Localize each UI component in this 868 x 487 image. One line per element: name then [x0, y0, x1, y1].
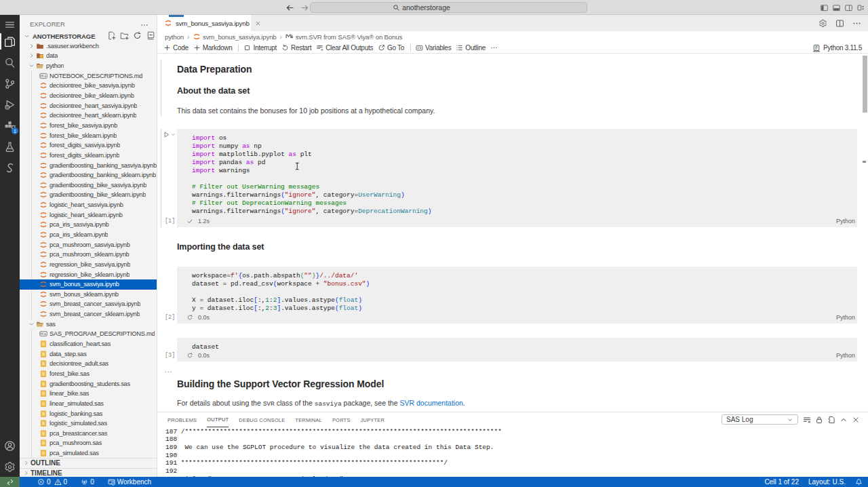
status-cell-1-of-22[interactable]: Cell 1 of 22 [764, 478, 799, 486]
section-outline[interactable]: OUTLINE [20, 458, 157, 468]
tree-item[interactable]: logistic_banking.sas [20, 408, 157, 418]
activity-bar-item-source-control[interactable] [0, 74, 20, 93]
tree-item[interactable]: NOTEBOOK_DESCRIPTIONS.md [20, 71, 157, 81]
panel-tab-problems[interactable]: PROBLEMS [167, 412, 197, 427]
panel-tab-output[interactable]: OUTPUT [207, 412, 229, 427]
forward-button[interactable] [300, 2, 309, 13]
section-timeline[interactable]: TIMELINE [20, 468, 157, 478]
tree-item[interactable]: forest_bike.sas [20, 369, 157, 379]
sidebar-more-button[interactable] [140, 21, 149, 29]
status-warning-triangle[interactable]: 0 [54, 478, 68, 486]
notebook-scrollbar[interactable] [863, 56, 867, 113]
tree-item[interactable]: forest_digits_sklearn.ipynb [20, 151, 157, 161]
toolbar-interrupt-button[interactable]: Interrupt [243, 44, 277, 52]
panel-tab-ports[interactable]: PORTS [332, 412, 351, 427]
activity-bar-item-search[interactable] [0, 53, 20, 72]
toolbar-clear-all-outputs-button[interactable]: Clear All Outputs [316, 44, 373, 52]
tree-item[interactable]: logistic_heart_sasviya.ipynb [20, 200, 157, 210]
tree-item[interactable]: decisiontree_bike_sklearn.ipynb [20, 91, 157, 101]
tree-item[interactable]: sas [20, 319, 157, 329]
tree-item[interactable]: pca_iris_sklearn.ipynb [20, 230, 157, 240]
status-layout-u-s-[interactable]: Layout: U.S. [808, 478, 846, 486]
code-cell-1[interactable]: import osimport numpy as npimport matplo… [177, 129, 857, 227]
tree-item[interactable]: gradientboosting_bike_sklearn.ipynb [20, 190, 157, 200]
cell-code[interactable]: import osimport numpy as npimport matplo… [192, 134, 431, 216]
tree-item[interactable]: logistic_simulated.sas [20, 418, 157, 429]
breadcrumb-item[interactable]: svm.SVR from SAS® Viya® on Bonus [285, 33, 402, 41]
tree-item[interactable]: logistic_heart_sklearn.ipynb [20, 210, 157, 220]
toolbar-restart-button[interactable]: Restart [281, 44, 311, 52]
activity-bar-item-extensions[interactable]: 1 [0, 116, 20, 135]
tree-item[interactable]: forest_digits_sasviya.ipynb [20, 140, 157, 151]
tree-item[interactable]: svm_bonus_sasviya.ipynb [20, 279, 157, 290]
tab-more-button[interactable] [852, 19, 861, 28]
toolbar-more-button[interactable] [490, 44, 498, 52]
tree-item[interactable]: SAS_PROGRAM_DESCRIPTIONS.md [20, 329, 157, 339]
tree-item[interactable]: decisiontree_bike_sasviya.ipynb [20, 81, 157, 91]
tree-item[interactable]: gradientboosting_students.sas [20, 378, 157, 389]
panel-tab-terminal[interactable]: TERMINAL [295, 412, 322, 427]
toolbar-go-to-button[interactable]: Go To [378, 44, 404, 52]
tree-item[interactable]: python [20, 61, 157, 71]
collapsed-indicator[interactable]: ... [165, 366, 172, 374]
close-button[interactable] [852, 416, 860, 424]
run-cell-button[interactable] [163, 131, 176, 138]
tab-svm-bonus-sasviya[interactable]: svm_bonus_sasviya.ipynb [157, 15, 251, 31]
code-cell-3[interactable]: dataset[3]0.0sPython [177, 338, 857, 362]
tree-item[interactable]: pca_mushroom_sklearn.ipynb [20, 250, 157, 260]
toolbar-code-button[interactable]: Code [163, 44, 189, 52]
cell-code[interactable]: workspace=f'{os.path.abspath("")}/../dat… [192, 272, 370, 313]
clear-output-button[interactable] [803, 416, 811, 424]
panel-tab-debug-console[interactable]: DEBUG CONSOLE [239, 412, 285, 427]
tree-item[interactable]: linear_bike.sas [20, 389, 157, 399]
layout-customize-button[interactable] [857, 4, 865, 12]
command-center[interactable]: anotherstorage [310, 2, 587, 13]
panel-tab-jupyter[interactable]: JUPYTER [361, 412, 385, 427]
tree-item[interactable]: gradientboosting_bike_sasviya.ipynb [20, 180, 157, 190]
panel-output[interactable]: 187 /***********************************… [165, 428, 502, 484]
output-channel-select[interactable]: SAS Log [722, 414, 798, 425]
tree-item[interactable]: svm_breast_cancer_sklearn.ipynb [20, 309, 157, 319]
breadcrumb-item[interactable]: svm_bonus_sasviya.ipynb [193, 33, 276, 41]
svr-documentation-link[interactable]: SVR documentation [399, 399, 462, 407]
new-folder-button[interactable] [120, 31, 129, 40]
tree-item[interactable]: pca_mushroom_sasviya.ipynb [20, 239, 157, 250]
tree-item[interactable]: pca_simulated.sas [20, 448, 157, 459]
open-editor-button[interactable] [827, 416, 835, 424]
activity-bar-item-menu[interactable] [0, 15, 20, 34]
tree-item[interactable]: pca_mushroom.sas [20, 438, 157, 448]
new-file-button[interactable] [107, 31, 116, 40]
code-cell-2[interactable]: workspace=f'{os.path.abspath("")}/../dat… [177, 267, 857, 324]
tree-item[interactable]: regression_bike_sasviya.ipynb [20, 260, 157, 270]
notebook-settings-button[interactable] [818, 19, 827, 28]
tree-item[interactable]: pca_iris_sasviya.ipynb [20, 220, 157, 230]
tree-item[interactable]: gradientboosting_banking_sasviya.ipynb [20, 160, 157, 170]
chevron-up-button[interactable] [840, 416, 848, 424]
activity-bar-item-run-and-debug[interactable] [0, 95, 20, 114]
layout-panel-button[interactable] [833, 4, 840, 12]
activity-bar-item-sas[interactable] [0, 158, 20, 177]
tree-item[interactable]: data_step.sas [20, 349, 157, 359]
refresh-button[interactable] [133, 31, 142, 40]
tree-item[interactable]: .sasuser.workbench [20, 41, 157, 52]
activity-bar-item-testing[interactable] [0, 137, 20, 156]
tree-item[interactable]: decisiontree_heart_sasviya.ipynb [20, 100, 157, 111]
cell-code[interactable]: dataset [192, 343, 219, 351]
tree-item[interactable]: gradientboosting_banking_sklearn.ipynb [20, 170, 157, 180]
split-editor-button[interactable] [835, 19, 844, 28]
tree-item[interactable]: forest_bike_sklearn.ipynb [20, 130, 157, 140]
toolbar-outline-button[interactable]: Outline [456, 44, 486, 52]
tree-item[interactable]: svm_bonus_sklearn.ipynb [20, 290, 157, 300]
tree-item[interactable]: linear_simulated.sas [20, 399, 157, 409]
tree-item[interactable]: forest_bike_sasviya.ipynb [20, 121, 157, 131]
status-radio-tower[interactable]: 0 [81, 478, 94, 486]
breadcrumb-item[interactable]: python [165, 33, 184, 41]
tree-item[interactable]: data [20, 51, 157, 61]
lock-button[interactable] [815, 416, 823, 424]
tree-item[interactable]: decisiontree_heart_sklearn.ipynb [20, 111, 157, 121]
status-workbench[interactable]: Workbench [108, 478, 151, 486]
layout-sidebar-left-button[interactable] [821, 4, 828, 12]
tree-item[interactable]: pca_breastcancer.sas [20, 428, 157, 438]
kernel-picker[interactable]: Python 3.11.5 [812, 42, 862, 54]
tree-item[interactable]: regression_bike_sklearn.ipynb [20, 269, 157, 279]
